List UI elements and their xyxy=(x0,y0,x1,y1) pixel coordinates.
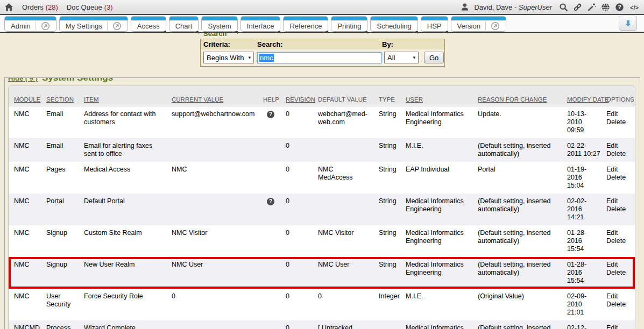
go-button[interactable]: Go xyxy=(424,52,444,63)
delete-link[interactable]: Delete xyxy=(606,118,629,126)
tab-chart[interactable]: Chart xyxy=(169,16,199,32)
tab-scheduling[interactable]: Scheduling xyxy=(370,16,417,32)
edit-link[interactable]: Edit xyxy=(606,166,629,174)
tab-reference[interactable]: Reference xyxy=(283,16,328,32)
column-header-current-value: CURRENT VALUE xyxy=(166,86,261,106)
globe-icon[interactable] xyxy=(601,3,610,12)
delete-link[interactable]: Delete xyxy=(606,174,629,182)
edit-link[interactable]: Edit xyxy=(606,324,629,329)
search-input-value: nmc xyxy=(259,54,274,62)
by-label: By: xyxy=(382,40,420,48)
help-icon[interactable]: ? xyxy=(615,3,624,12)
column-header-item: ITEM xyxy=(79,86,166,106)
cell-options: EditDelete xyxy=(601,320,635,329)
code-icon[interactable]: </> xyxy=(629,3,640,11)
tab-my-settings[interactable]: My Settings xyxy=(59,16,128,32)
cell-module: NMC xyxy=(9,225,41,257)
column-header-label[interactable]: REVISION xyxy=(286,96,315,103)
tab-label: Reference xyxy=(289,22,322,30)
by-select[interactable]: All▼ xyxy=(384,52,419,63)
delete-link[interactable]: Delete xyxy=(606,150,629,158)
cell-type: String xyxy=(373,162,400,194)
tab-system[interactable]: System xyxy=(201,16,237,32)
help-icon[interactable]: ? xyxy=(267,111,274,118)
nav-orders[interactable]: Orders(28) xyxy=(22,3,58,11)
delete-link[interactable]: Delete xyxy=(606,301,629,309)
cell-reason: (Default setting, inserted automatically… xyxy=(472,225,562,257)
cell-default-value: webchart@med-web.com xyxy=(313,106,373,138)
edit-link[interactable]: Edit xyxy=(606,229,629,237)
search-icon[interactable] xyxy=(559,3,568,12)
search-input[interactable]: nmc xyxy=(257,52,381,63)
tab-admin[interactable]: Admin xyxy=(4,16,56,32)
edit-link[interactable]: Edit xyxy=(606,142,629,150)
cell-user: Medical Informatics Engineering xyxy=(400,257,472,289)
cell-item: Default Portal xyxy=(79,194,166,225)
cell-item: New User Realm xyxy=(79,257,166,289)
column-header-label[interactable]: USER xyxy=(406,96,423,103)
home-icon[interactable] xyxy=(4,3,13,12)
hide-link[interactable]: Hide ( 9 ) xyxy=(8,77,38,82)
cell-options: EditDelete xyxy=(601,194,635,225)
cell-current-value xyxy=(166,320,261,329)
link-icon[interactable] xyxy=(573,3,582,12)
dropdown-arrow-icon: ▼ xyxy=(247,55,252,60)
wand-icon[interactable] xyxy=(587,3,596,12)
criteria-select[interactable]: Begins With▼ xyxy=(203,52,254,63)
tab-interface[interactable]: Interface xyxy=(240,16,281,32)
cell-default-value xyxy=(313,194,373,225)
cell-user: Medical Informatics Engineering xyxy=(400,320,472,329)
edit-link[interactable]: Edit xyxy=(606,261,629,269)
delete-link[interactable]: Delete xyxy=(606,269,629,277)
menu-corner-icon xyxy=(445,31,448,34)
external-link-icon xyxy=(485,22,500,31)
edit-link[interactable]: Edit xyxy=(606,292,629,301)
column-header-label[interactable]: REASON FOR CHANGE xyxy=(478,96,547,103)
tab-version[interactable]: Version xyxy=(451,16,506,32)
cell-help: ? xyxy=(261,194,280,225)
column-header-label[interactable]: SECTION xyxy=(46,96,74,103)
cell-reason: (Original Value) xyxy=(472,289,562,320)
criteria-selected-value: Begins With xyxy=(207,54,244,62)
cell-module: NMC xyxy=(9,194,41,225)
cell-help xyxy=(261,289,280,320)
table-row: NMCSignupCustom Site RealmNMC Visitor0NM… xyxy=(9,225,635,257)
cell-user: Medical Informatics Engineering xyxy=(400,194,472,225)
delete-link[interactable]: Delete xyxy=(606,205,629,213)
tab-hsp[interactable]: HSP xyxy=(421,16,448,32)
collapse-panel-button[interactable] xyxy=(619,16,637,31)
cell-module: NMC xyxy=(9,106,41,138)
table-header: MODULESECTIONITEMCURRENT VALUEHELPREVISI… xyxy=(9,86,635,106)
cell-section: Email xyxy=(41,138,79,162)
search-panel-box: Criteria: Search: By: Begins With▼ nmc A… xyxy=(200,39,445,67)
nav-doc-queue[interactable]: Doc Queue(3) xyxy=(67,3,113,11)
edit-link[interactable]: Edit xyxy=(606,110,629,118)
cell-help xyxy=(261,138,280,162)
menu-corner-icon xyxy=(278,31,280,34)
cell-default-value: 0 xyxy=(313,289,373,320)
cell-help xyxy=(261,257,280,289)
nav-label: Orders xyxy=(22,3,44,11)
top-bar: Orders(28)Doc Queue(3) David, Dave - Sup… xyxy=(0,0,644,15)
help-icon[interactable]: ? xyxy=(267,198,274,205)
cell-current-value xyxy=(166,138,261,162)
table-row: NMCPagesMedical AccessNMC0NMC MedAccessS… xyxy=(9,162,635,194)
tab-access[interactable]: Access xyxy=(131,16,166,32)
tab-printing[interactable]: Printing xyxy=(331,16,367,32)
cell-revision: 0 xyxy=(280,194,313,225)
tab-label: System xyxy=(208,22,231,30)
cell-type: String xyxy=(373,257,400,289)
column-header-label[interactable]: MODULE xyxy=(14,96,40,103)
svg-text:?: ? xyxy=(618,4,621,10)
delete-link[interactable]: Delete xyxy=(606,237,629,245)
search-label: Search: xyxy=(257,40,382,48)
column-header-label[interactable]: CURRENT VALUE xyxy=(172,96,223,103)
table-row: NMCSignupNew User RealmNMC User0NMC User… xyxy=(9,257,635,289)
edit-link[interactable]: Edit xyxy=(606,197,629,205)
menu-corner-icon xyxy=(325,31,328,34)
cell-revision: 0 xyxy=(280,106,313,138)
column-header-label[interactable]: ITEM xyxy=(84,96,98,103)
dropdown-arrow-icon: ▼ xyxy=(412,55,416,60)
column-header-module: MODULE xyxy=(9,86,41,106)
cell-section: Process xyxy=(41,320,79,329)
